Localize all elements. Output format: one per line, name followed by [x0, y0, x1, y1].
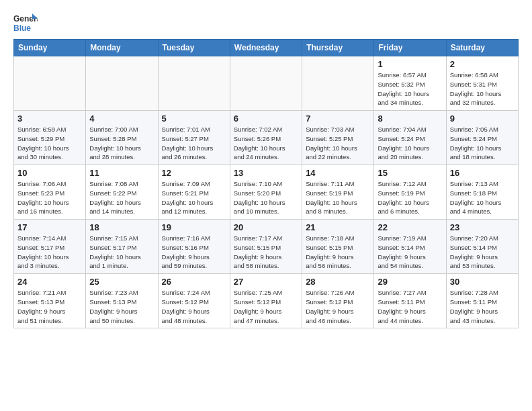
calendar-cell: 30Sunrise: 7:28 AM Sunset: 5:11 PM Dayli…	[446, 274, 518, 328]
calendar-cell: 19Sunrise: 7:16 AM Sunset: 5:16 PM Dayli…	[158, 220, 230, 274]
day-info: Sunrise: 7:25 AM Sunset: 5:12 PM Dayligh…	[234, 288, 298, 325]
calendar-cell	[302, 56, 374, 111]
week-row-0: 1Sunrise: 6:57 AM Sunset: 5:32 PM Daylig…	[14, 56, 519, 111]
day-info: Sunrise: 7:16 AM Sunset: 5:16 PM Dayligh…	[162, 234, 226, 271]
week-row-2: 10Sunrise: 7:06 AM Sunset: 5:23 PM Dayli…	[14, 165, 519, 220]
calendar-cell	[230, 56, 302, 111]
day-header-sunday: Sunday	[14, 40, 86, 56]
day-info: Sunrise: 7:15 AM Sunset: 5:17 PM Dayligh…	[89, 234, 154, 271]
calendar-cell: 23Sunrise: 7:20 AM Sunset: 5:14 PM Dayli…	[446, 220, 518, 274]
day-header-wednesday: Wednesday	[230, 40, 302, 56]
day-number: 15	[378, 168, 442, 178]
day-number: 11	[89, 168, 154, 178]
day-info: Sunrise: 7:06 AM Sunset: 5:23 PM Dayligh…	[17, 179, 82, 216]
day-info: Sunrise: 7:10 AM Sunset: 5:20 PM Dayligh…	[234, 179, 298, 216]
day-info: Sunrise: 7:03 AM Sunset: 5:25 PM Dayligh…	[306, 125, 370, 162]
calendar-cell	[14, 56, 86, 111]
calendar-cell: 16Sunrise: 7:13 AM Sunset: 5:18 PM Dayli…	[446, 165, 518, 220]
calendar-cell: 12Sunrise: 7:09 AM Sunset: 5:21 PM Dayli…	[158, 165, 230, 220]
day-info: Sunrise: 7:26 AM Sunset: 5:12 PM Dayligh…	[306, 288, 370, 325]
calendar-cell: 9Sunrise: 7:05 AM Sunset: 5:24 PM Daylig…	[446, 111, 518, 165]
calendar-cell: 15Sunrise: 7:12 AM Sunset: 5:19 PM Dayli…	[374, 165, 446, 220]
day-number: 8	[378, 113, 442, 124]
day-number: 19	[162, 222, 226, 232]
header: GeneralBlue	[13, 11, 519, 35]
calendar-cell: 24Sunrise: 7:21 AM Sunset: 5:13 PM Dayli…	[14, 274, 86, 328]
calendar-cell: 25Sunrise: 7:23 AM Sunset: 5:13 PM Dayli…	[86, 274, 158, 328]
calendar-cell: 5Sunrise: 7:01 AM Sunset: 5:27 PM Daylig…	[158, 111, 230, 165]
calendar-cell: 1Sunrise: 6:57 AM Sunset: 5:32 PM Daylig…	[374, 56, 446, 111]
day-info: Sunrise: 7:13 AM Sunset: 5:18 PM Dayligh…	[450, 179, 515, 216]
calendar-cell: 7Sunrise: 7:03 AM Sunset: 5:25 PM Daylig…	[302, 111, 374, 165]
calendar-cell: 3Sunrise: 6:59 AM Sunset: 5:29 PM Daylig…	[14, 111, 86, 165]
day-number: 16	[450, 168, 515, 178]
calendar-table: SundayMondayTuesdayWednesdayThursdayFrid…	[13, 39, 519, 328]
day-number: 17	[17, 222, 82, 232]
day-info: Sunrise: 7:01 AM Sunset: 5:27 PM Dayligh…	[162, 125, 226, 162]
logo-icon: GeneralBlue	[13, 11, 38, 35]
day-number: 6	[234, 113, 298, 124]
calendar-cell: 6Sunrise: 7:02 AM Sunset: 5:26 PM Daylig…	[230, 111, 302, 165]
calendar-cell: 10Sunrise: 7:06 AM Sunset: 5:23 PM Dayli…	[14, 165, 86, 220]
day-number: 4	[89, 113, 154, 124]
calendar-cell: 20Sunrise: 7:17 AM Sunset: 5:15 PM Dayli…	[230, 220, 302, 274]
day-number: 7	[306, 113, 370, 124]
week-row-3: 17Sunrise: 7:14 AM Sunset: 5:17 PM Dayli…	[14, 220, 519, 274]
calendar-cell	[158, 56, 230, 111]
day-info: Sunrise: 7:04 AM Sunset: 5:24 PM Dayligh…	[378, 125, 442, 162]
day-info: Sunrise: 7:14 AM Sunset: 5:17 PM Dayligh…	[17, 234, 82, 271]
calendar-cell: 28Sunrise: 7:26 AM Sunset: 5:12 PM Dayli…	[302, 274, 374, 328]
svg-text:Blue: Blue	[13, 24, 31, 33]
week-row-1: 3Sunrise: 6:59 AM Sunset: 5:29 PM Daylig…	[14, 111, 519, 165]
day-number: 1	[378, 59, 442, 69]
calendar-cell: 21Sunrise: 7:18 AM Sunset: 5:15 PM Dayli…	[302, 220, 374, 274]
day-info: Sunrise: 7:28 AM Sunset: 5:11 PM Dayligh…	[450, 288, 515, 325]
day-info: Sunrise: 7:21 AM Sunset: 5:13 PM Dayligh…	[17, 288, 82, 325]
day-number: 5	[162, 113, 226, 124]
day-info: Sunrise: 7:12 AM Sunset: 5:19 PM Dayligh…	[378, 179, 442, 216]
day-number: 29	[378, 277, 442, 287]
day-info: Sunrise: 7:00 AM Sunset: 5:28 PM Dayligh…	[89, 125, 154, 162]
logo: GeneralBlue	[13, 11, 38, 35]
day-number: 27	[234, 277, 298, 287]
calendar-cell: 14Sunrise: 7:11 AM Sunset: 5:19 PM Dayli…	[302, 165, 374, 220]
day-number: 14	[306, 168, 370, 178]
day-info: Sunrise: 7:11 AM Sunset: 5:19 PM Dayligh…	[306, 179, 370, 216]
calendar-cell: 2Sunrise: 6:58 AM Sunset: 5:31 PM Daylig…	[446, 56, 518, 111]
day-header-thursday: Thursday	[302, 40, 374, 56]
day-info: Sunrise: 7:18 AM Sunset: 5:15 PM Dayligh…	[306, 234, 370, 271]
day-info: Sunrise: 6:59 AM Sunset: 5:29 PM Dayligh…	[17, 125, 82, 162]
day-number: 28	[306, 277, 370, 287]
calendar-header-row: SundayMondayTuesdayWednesdayThursdayFrid…	[14, 40, 519, 56]
day-header-friday: Friday	[374, 40, 446, 56]
day-info: Sunrise: 7:24 AM Sunset: 5:12 PM Dayligh…	[162, 288, 226, 325]
day-info: Sunrise: 7:19 AM Sunset: 5:14 PM Dayligh…	[378, 234, 442, 271]
day-header-monday: Monday	[86, 40, 158, 56]
day-number: 10	[17, 168, 82, 178]
week-row-4: 24Sunrise: 7:21 AM Sunset: 5:13 PM Dayli…	[14, 274, 519, 328]
day-number: 26	[162, 277, 226, 287]
day-info: Sunrise: 7:08 AM Sunset: 5:22 PM Dayligh…	[89, 179, 154, 216]
day-info: Sunrise: 7:17 AM Sunset: 5:15 PM Dayligh…	[234, 234, 298, 271]
day-header-tuesday: Tuesday	[158, 40, 230, 56]
day-number: 23	[450, 222, 515, 232]
day-number: 13	[234, 168, 298, 178]
calendar-cell: 22Sunrise: 7:19 AM Sunset: 5:14 PM Dayli…	[374, 220, 446, 274]
day-number: 3	[17, 113, 82, 124]
calendar-cell: 26Sunrise: 7:24 AM Sunset: 5:12 PM Dayli…	[158, 274, 230, 328]
calendar-cell: 13Sunrise: 7:10 AM Sunset: 5:20 PM Dayli…	[230, 165, 302, 220]
day-info: Sunrise: 7:09 AM Sunset: 5:21 PM Dayligh…	[162, 179, 226, 216]
day-info: Sunrise: 7:23 AM Sunset: 5:13 PM Dayligh…	[89, 288, 154, 325]
day-number: 22	[378, 222, 442, 232]
day-info: Sunrise: 6:58 AM Sunset: 5:31 PM Dayligh…	[450, 71, 515, 107]
calendar-cell: 27Sunrise: 7:25 AM Sunset: 5:12 PM Dayli…	[230, 274, 302, 328]
day-number: 20	[234, 222, 298, 232]
day-number: 25	[89, 277, 154, 287]
page: GeneralBlue SundayMondayTuesdayWednesday…	[0, 0, 532, 335]
day-header-saturday: Saturday	[446, 40, 518, 56]
day-number: 21	[306, 222, 370, 232]
day-number: 30	[450, 277, 515, 287]
day-info: Sunrise: 7:20 AM Sunset: 5:14 PM Dayligh…	[450, 234, 515, 271]
calendar-cell: 18Sunrise: 7:15 AM Sunset: 5:17 PM Dayli…	[86, 220, 158, 274]
day-number: 18	[89, 222, 154, 232]
